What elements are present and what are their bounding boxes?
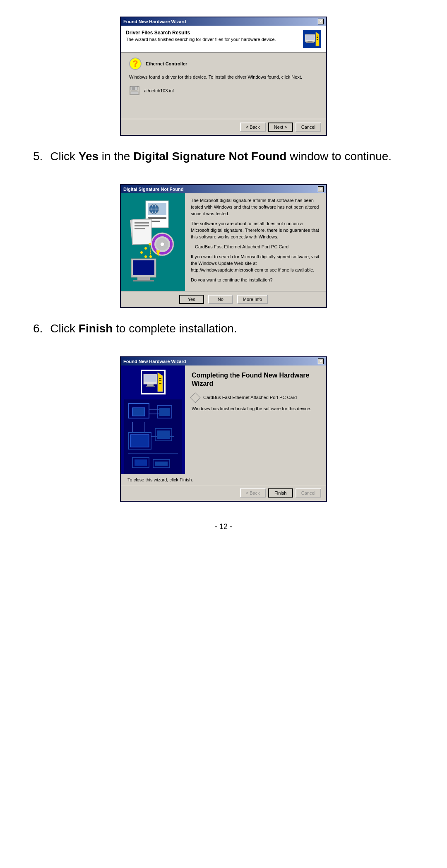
- svg-rect-10: [132, 87, 135, 90]
- dsign-right-panel: The Microsoft digital signature affirms …: [185, 193, 326, 291]
- dsign-text4: Do you want to continue the installation…: [191, 277, 320, 284]
- dsign-text3: If you want to search for Microsoft digi…: [191, 254, 320, 274]
- svg-rect-23: [135, 222, 149, 224]
- step6-text-after: to complete installation.: [113, 322, 237, 335]
- dsign-illustration-svg: [123, 197, 183, 288]
- complete-close-btn[interactable]: ✕: [318, 358, 324, 364]
- complete-finish-btn[interactable]: Finish: [268, 488, 293, 498]
- section-dialog2: Digital Signature Not Found ×: [33, 184, 414, 308]
- svg-rect-38: [137, 277, 150, 280]
- step5-text: 5.Click Yes in the Digital Signature Not…: [33, 148, 414, 164]
- fnhw-close-btn[interactable]: ✕: [318, 19, 324, 24]
- complete-button-row: < Back Finish Cancel: [121, 485, 326, 501]
- dsign-yes-btn[interactable]: Yes: [179, 295, 204, 304]
- svg-rect-59: [130, 435, 149, 447]
- section-dialog3: Found New Hardware Wizard ✕: [33, 356, 414, 502]
- fnhw-header: Driver Files Search Results The wizard h…: [121, 26, 326, 53]
- complete-top-row: Completing the Found New Hardware Wizard…: [121, 365, 326, 474]
- fnhw-header-text: Driver Files Search Results The wizard h…: [126, 30, 276, 42]
- fnhw-header-desc: The wizard has finished searching for dr…: [126, 37, 276, 42]
- svg-rect-65: [135, 459, 147, 466]
- svg-rect-37: [133, 260, 154, 275]
- device-question-icon: ?: [129, 58, 142, 70]
- dsign-button-row: Yes No More Info: [121, 291, 326, 307]
- svg-rect-25: [135, 228, 145, 229]
- dsign-text1: The Microsoft digital signature affirms …: [191, 197, 320, 217]
- fnhw-body: Driver Files Search Results The wizard h…: [121, 26, 326, 135]
- complete-body: Completing the Found New Hardware Wizard…: [121, 365, 326, 485]
- svg-point-35: [149, 255, 152, 258]
- svg-rect-11: [131, 91, 138, 94]
- svg-rect-2: [308, 41, 312, 42]
- dsign-title: Digital Signature Not Found: [123, 187, 183, 192]
- fnhw-file-row: a:\netcb103.inf: [129, 86, 318, 95]
- page-number: - 12 -: [215, 522, 232, 531]
- complete-icon-svg: [143, 372, 163, 392]
- step6-text-before: Click: [50, 322, 78, 335]
- svg-rect-18: [148, 217, 166, 219]
- dsign-body: The Microsoft digital signature affirms …: [121, 193, 326, 291]
- section-step6-text: 6.Click Finish to complete installation.: [33, 320, 414, 344]
- complete-cancel-btn[interactable]: Cancel: [296, 488, 321, 498]
- step5-num: 5.: [33, 150, 43, 163]
- section-step5-text: 5.Click Yes in the Digital Signature Not…: [33, 148, 414, 172]
- complete-titlebar: Found New Hardware Wizard ✕: [121, 357, 326, 365]
- step6-finish-bold: Finish: [79, 322, 113, 335]
- svg-rect-39: [133, 280, 154, 281]
- section-dialog1: Found New Hardware Wizard ✕ Driver Files…: [33, 17, 414, 136]
- complete-bg-svg: [124, 399, 182, 474]
- svg-point-31: [149, 243, 151, 245]
- complete-heading: Completing the Found New Hardware Wizard: [192, 371, 320, 389]
- svg-rect-42: [144, 375, 156, 382]
- complete-bottom-text: To close this wizard, click Finish.: [121, 474, 326, 485]
- svg-rect-1: [306, 35, 314, 40]
- page-num-text: - 12 -: [215, 522, 232, 531]
- complete-title: Found New Hardware Wizard: [123, 359, 186, 364]
- fnhw-button-row: < Back Next > Cancel: [121, 119, 326, 135]
- svg-rect-62: [157, 430, 170, 439]
- complete-close-text: To close this wizard, click Finish.: [127, 477, 193, 482]
- svg-marker-4: [316, 32, 319, 46]
- fnhw-device-name: Ethernet Controller: [146, 61, 187, 66]
- fnhw-file-path: a:\netcb103.inf: [144, 88, 174, 93]
- step5-text-before: Click: [50, 150, 78, 163]
- svg-rect-3: [306, 42, 314, 43]
- complete-card-name: CardBus Fast Ethernet Attached Port PC C…: [203, 394, 297, 401]
- dsign-no-btn[interactable]: No: [208, 295, 233, 304]
- hardware-wizard-icon: [304, 31, 320, 47]
- fnhw-cancel-btn[interactable]: Cancel: [296, 123, 321, 132]
- svg-rect-51: [132, 408, 145, 416]
- svg-point-33: [140, 251, 143, 254]
- fnhw-content: ? Ethernet Controller Windows found a dr…: [121, 53, 326, 119]
- fnhw-next-btn[interactable]: Next >: [268, 123, 293, 132]
- fnhw-found-text: Windows found a driver for this device. …: [129, 74, 318, 80]
- fnhw-dialog: Found New Hardware Wizard ✕ Driver Files…: [120, 17, 327, 136]
- dsign-left-panel: [121, 193, 185, 291]
- fnhw-back-btn[interactable]: < Back: [240, 123, 266, 132]
- svg-point-32: [144, 247, 147, 250]
- complete-dialog: Found New Hardware Wizard ✕: [120, 356, 327, 502]
- svg-rect-55: [159, 408, 170, 416]
- step6-num: 6.: [33, 322, 43, 335]
- complete-panel-icon: [141, 370, 166, 394]
- step5-ds-bold: Digital Signature Not Found: [133, 150, 286, 163]
- step6-text: 6.Click Finish to complete installation.: [33, 320, 414, 337]
- step5-text-mid: in the: [99, 150, 133, 163]
- complete-finish-desc: Windows has finished installing the soft…: [192, 406, 320, 412]
- floppy-svg: [130, 86, 140, 95]
- dsign-titlebar: Digital Signature Not Found ×: [121, 185, 326, 193]
- dsign-close-btn[interactable]: ×: [318, 186, 324, 192]
- svg-rect-24: [135, 225, 149, 226]
- fnhw-header-icon: [303, 30, 321, 48]
- svg-point-29: [160, 242, 164, 246]
- file-floppy-icon: [129, 86, 141, 95]
- dsign-product-name: CardBus Fast Ethernet Attached Port PC C…: [191, 244, 320, 250]
- svg-marker-45: [158, 373, 163, 392]
- complete-blue-panel: [121, 365, 185, 474]
- svg-rect-43: [147, 384, 154, 386]
- dsign-more-info-btn[interactable]: More Info: [237, 295, 268, 304]
- fnhw-device-row: ? Ethernet Controller: [129, 58, 318, 70]
- complete-back-btn[interactable]: < Back: [240, 488, 266, 498]
- fnhw-titlebar: Found New Hardware Wizard ✕: [121, 17, 326, 26]
- complete-right-panel: Completing the Found New Hardware Wizard…: [185, 365, 326, 474]
